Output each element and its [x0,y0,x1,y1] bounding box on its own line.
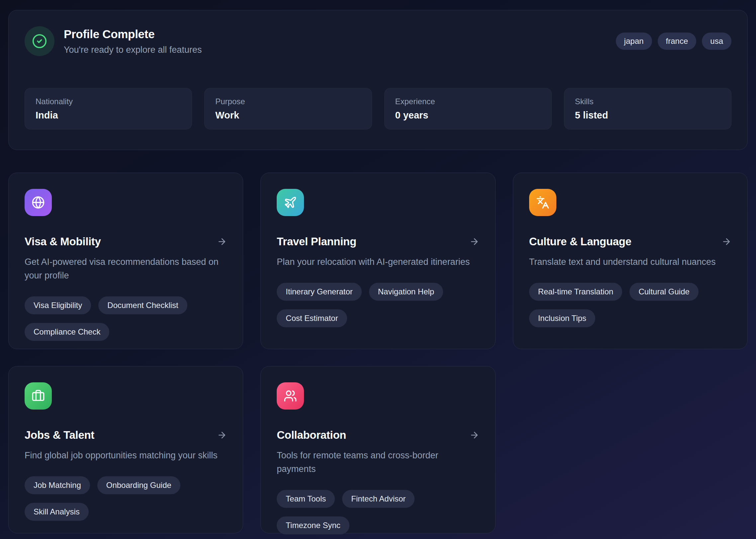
plane-icon [277,189,304,216]
feature-tag: Compliance Check [25,323,109,341]
feature-title: Jobs & Talent [25,429,94,441]
circle-check-icon [25,26,54,56]
feature-description: Tools for remote teams and cross-border … [277,449,479,476]
feature-description: Translate text and understand cultural n… [529,255,731,269]
country-tag-japan: japan [616,33,652,50]
feature-tag: Skill Analysis [25,503,89,521]
stat-value: Work [215,110,361,121]
feature-description: Get AI-powered visa recommendations base… [25,255,227,282]
feature-tags: Job Matching Onboarding Guide Skill Anal… [25,476,227,521]
stat-skills: Skills 5 listed [564,88,731,129]
arrow-right-icon[interactable] [721,237,731,247]
feature-description: Find global job opportunities matching y… [25,449,227,462]
arrow-right-icon[interactable] [217,237,227,247]
feature-card-travel-planning[interactable]: Travel Planning Plan your relocation wit… [260,173,495,349]
feature-tag: Real-time Translation [529,283,622,301]
stat-value: 0 years [395,110,541,121]
feature-title: Collaboration [277,429,346,441]
page-subtitle: You're ready to explore all features [64,45,202,55]
feature-tag: Itinerary Generator [277,283,361,301]
arrow-right-icon[interactable] [217,430,227,440]
feature-tag: Visa Eligibility [25,296,91,314]
country-tags: japan france usa [616,33,731,50]
features-grid: Visa & Mobility Get AI-powered visa reco… [8,173,748,533]
feature-card-collaboration[interactable]: Collaboration Tools for remote teams and… [260,366,495,533]
page-title: Profile Complete [64,28,202,41]
globe-icon [25,189,52,216]
feature-tag: Onboarding Guide [97,476,180,494]
feature-tags: Visa Eligibility Document Checklist Comp… [25,296,227,341]
feature-tag: Inclusion Tips [529,309,595,327]
stat-purpose: Purpose Work [204,88,372,129]
briefcase-icon [25,382,52,410]
feature-card-visa-mobility[interactable]: Visa & Mobility Get AI-powered visa reco… [8,173,243,349]
profile-header: Profile Complete You're ready to explore… [25,26,731,56]
stat-label: Purpose [215,97,361,106]
feature-tag: Team Tools [277,490,335,508]
arrow-right-icon[interactable] [469,430,479,440]
feature-card-jobs-talent[interactable]: Jobs & Talent Find global job opportunit… [8,366,243,533]
feature-description: Plan your relocation with AI-generated i… [277,255,479,269]
feature-tag: Cultural Guide [629,283,698,301]
feature-tag: Job Matching [25,476,90,494]
stat-value: India [36,110,181,121]
arrow-right-icon[interactable] [469,237,479,247]
feature-tag: Cost Estimator [277,309,347,327]
feature-title: Visa & Mobility [25,235,101,248]
stat-label: Skills [575,97,720,106]
stat-value: 5 listed [575,110,720,121]
feature-tags: Team Tools Fintech Advisor Timezone Sync [277,490,479,534]
stat-label: Nationality [36,97,181,106]
stat-nationality: Nationality India [25,88,192,129]
stat-label: Experience [395,97,541,106]
feature-tags: Real-time Translation Cultural Guide Inc… [529,283,731,327]
users-icon [277,382,304,410]
profile-complete-card: Profile Complete You're ready to explore… [8,10,748,150]
stat-experience: Experience 0 years [384,88,552,129]
profile-stats-row: Nationality India Purpose Work Experienc… [25,88,731,129]
feature-tag: Fintech Advisor [342,490,415,508]
feature-tags: Itinerary Generator Navigation Help Cost… [277,283,479,327]
country-tag-usa: usa [702,33,731,50]
feature-title: Travel Planning [277,235,356,248]
feature-card-culture-language[interactable]: Culture & Language Translate text and un… [513,173,748,349]
languages-icon [529,189,556,216]
country-tag-france: france [658,33,697,50]
feature-title: Culture & Language [529,235,631,248]
feature-tag: Document Checklist [98,296,187,314]
feature-tag: Navigation Help [369,283,443,301]
feature-tag: Timezone Sync [277,516,349,534]
